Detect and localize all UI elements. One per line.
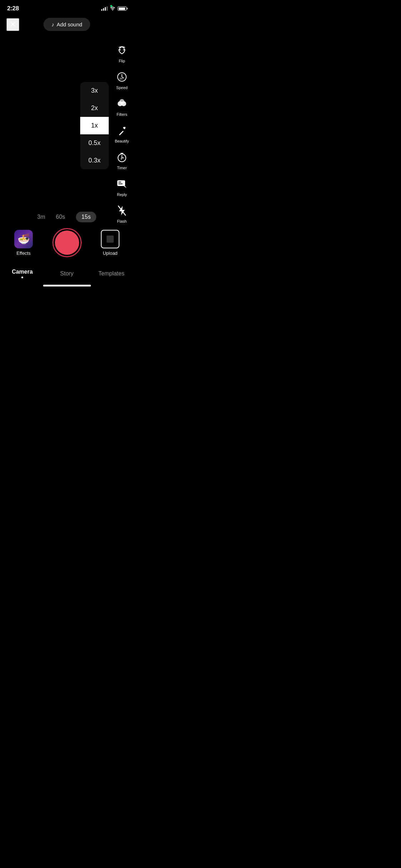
filters-control[interactable]: Filters bbox=[114, 96, 129, 117]
flip-label: Flip bbox=[119, 59, 125, 63]
home-indicator bbox=[43, 285, 91, 286]
battery-icon bbox=[118, 6, 127, 11]
svg-text:+: + bbox=[125, 126, 126, 128]
upload-square bbox=[107, 236, 114, 243]
add-sound-label: Add sound bbox=[57, 21, 82, 27]
tab-bar: Camera Story Templates bbox=[0, 264, 134, 283]
timer-control[interactable]: 3 Timer bbox=[114, 150, 129, 170]
green-dot bbox=[110, 5, 112, 7]
speed-option-0-3x[interactable]: 0.3x bbox=[80, 152, 109, 169]
duration-3m[interactable]: 3m bbox=[37, 214, 45, 220]
timer-icon: 3 bbox=[114, 150, 129, 165]
effects-thumbnail: 🍜 bbox=[14, 230, 33, 248]
upload-icon bbox=[101, 230, 119, 248]
speed-popup: 3x 2x 1x 0.5x 0.3x bbox=[80, 82, 109, 169]
reply-label: Reply bbox=[117, 192, 127, 197]
music-note-icon: ♪ bbox=[51, 21, 54, 27]
tab-templates[interactable]: Templates bbox=[89, 270, 134, 278]
speed-icon: 1x bbox=[114, 69, 129, 84]
tab-story[interactable]: Story bbox=[45, 270, 89, 278]
tab-active-dot bbox=[21, 277, 23, 278]
speed-option-3x[interactable]: 3x bbox=[80, 82, 109, 99]
svg-rect-14 bbox=[118, 182, 121, 182]
bottom-area: 3m 60s 15s 🍜 Effects Upload Camera bbox=[0, 208, 134, 289]
beautify-icon: ✦ + bbox=[114, 123, 129, 138]
record-button[interactable] bbox=[52, 228, 82, 257]
beautify-control[interactable]: ✦ + Beautify bbox=[114, 123, 129, 143]
duration-15s[interactable]: 15s bbox=[76, 212, 97, 222]
speed-label: Speed bbox=[116, 86, 128, 90]
status-time: 2:28 bbox=[7, 5, 19, 12]
svg-rect-11 bbox=[120, 153, 123, 154]
timer-label: Timer bbox=[117, 166, 127, 170]
effects-button[interactable]: 🍜 Effects bbox=[14, 230, 33, 256]
filters-label: Filters bbox=[117, 112, 127, 117]
speed-option-0-5x[interactable]: 0.5x bbox=[80, 134, 109, 152]
svg-rect-15 bbox=[118, 184, 123, 184]
svg-rect-13 bbox=[117, 180, 125, 186]
speed-control[interactable]: 1x Speed bbox=[114, 69, 129, 90]
speed-option-1x[interactable]: 1x bbox=[80, 117, 109, 134]
reply-icon bbox=[114, 176, 129, 191]
signal-icon bbox=[101, 6, 108, 11]
duration-bar: 3m 60s 15s bbox=[0, 208, 134, 228]
status-bar: 2:28 bbox=[0, 0, 134, 14]
status-icons bbox=[101, 6, 127, 11]
svg-text:1x: 1x bbox=[119, 77, 123, 80]
reply-control[interactable]: Reply bbox=[114, 176, 129, 197]
flip-icon bbox=[114, 43, 129, 58]
beautify-label: Beautify bbox=[115, 139, 129, 143]
speed-option-2x[interactable]: 2x bbox=[80, 99, 109, 117]
camera-controls-row: 🍜 Effects Upload bbox=[0, 228, 134, 257]
svg-text:3: 3 bbox=[120, 157, 122, 160]
flash-icon bbox=[114, 203, 129, 218]
add-sound-button[interactable]: ♪ Add sound bbox=[43, 18, 90, 31]
effects-label: Effects bbox=[16, 250, 31, 256]
upload-button[interactable]: Upload bbox=[101, 230, 119, 256]
flash-control[interactable]: Flash bbox=[114, 203, 129, 223]
close-icon: ✕ bbox=[10, 20, 16, 29]
top-bar: ✕ ♪ Add sound bbox=[0, 14, 134, 35]
close-button[interactable]: ✕ bbox=[6, 18, 19, 31]
tab-camera[interactable]: Camera bbox=[0, 269, 45, 280]
svg-point-4 bbox=[119, 99, 124, 104]
filters-icon bbox=[114, 96, 129, 111]
upload-label: Upload bbox=[103, 250, 117, 256]
right-controls: Flip 1x Speed Filters bbox=[114, 43, 129, 223]
flash-label: Flash bbox=[117, 219, 127, 223]
svg-rect-5 bbox=[119, 131, 124, 135]
flip-control[interactable]: Flip bbox=[114, 43, 129, 63]
record-button-inner bbox=[55, 231, 79, 255]
duration-60s[interactable]: 60s bbox=[56, 214, 65, 220]
